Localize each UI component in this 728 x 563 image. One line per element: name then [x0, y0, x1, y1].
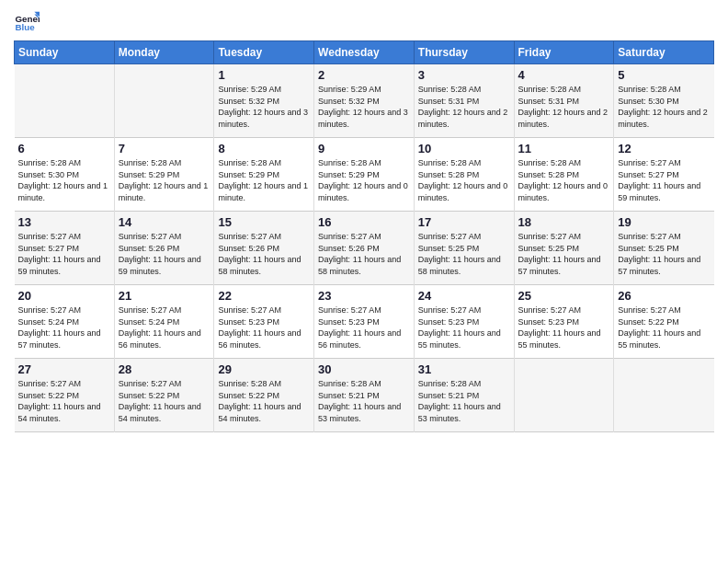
calendar-cell [614, 359, 714, 432]
calendar-cell: 3Sunrise: 5:28 AM Sunset: 5:31 PM Daylig… [414, 64, 514, 138]
day-info: Sunrise: 5:27 AM Sunset: 5:22 PM Dayligh… [18, 378, 110, 424]
day-info: Sunrise: 5:27 AM Sunset: 5:25 PM Dayligh… [418, 231, 510, 277]
calendar-cell: 16Sunrise: 5:27 AM Sunset: 5:26 PM Dayli… [314, 212, 415, 285]
day-number: 13 [18, 215, 110, 229]
day-number: 6 [18, 142, 110, 155]
day-number: 17 [418, 215, 510, 229]
day-info: Sunrise: 5:27 AM Sunset: 5:23 PM Dayligh… [518, 304, 610, 350]
day-number: 27 [18, 362, 110, 376]
calendar-cell: 4Sunrise: 5:28 AM Sunset: 5:31 PM Daylig… [514, 64, 614, 138]
day-number: 8 [218, 142, 310, 155]
logo-icon: General Blue [14, 9, 40, 35]
day-number: 11 [518, 142, 610, 155]
calendar-cell: 19Sunrise: 5:27 AM Sunset: 5:25 PM Dayli… [614, 212, 714, 285]
day-info: Sunrise: 5:27 AM Sunset: 5:22 PM Dayligh… [618, 304, 710, 350]
calendar-cell: 26Sunrise: 5:27 AM Sunset: 5:22 PM Dayli… [614, 285, 714, 359]
day-info: Sunrise: 5:28 AM Sunset: 5:30 PM Dayligh… [618, 84, 710, 130]
calendar-cell: 6Sunrise: 5:28 AM Sunset: 5:30 PM Daylig… [15, 138, 115, 212]
day-info: Sunrise: 5:27 AM Sunset: 5:25 PM Dayligh… [618, 231, 710, 277]
calendar-cell: 15Sunrise: 5:27 AM Sunset: 5:26 PM Dayli… [214, 212, 314, 285]
day-info: Sunrise: 5:28 AM Sunset: 5:29 PM Dayligh… [218, 157, 310, 203]
day-number: 28 [119, 362, 210, 376]
day-number: 25 [518, 289, 610, 303]
day-info: Sunrise: 5:27 AM Sunset: 5:26 PM Dayligh… [218, 231, 310, 277]
day-info: Sunrise: 5:28 AM Sunset: 5:30 PM Dayligh… [18, 157, 110, 203]
day-info: Sunrise: 5:28 AM Sunset: 5:31 PM Dayligh… [518, 84, 610, 130]
weekday-header: Thursday [414, 41, 514, 64]
calendar-week-row: 27Sunrise: 5:27 AM Sunset: 5:22 PM Dayli… [15, 359, 714, 432]
calendar-cell: 22Sunrise: 5:27 AM Sunset: 5:23 PM Dayli… [214, 285, 314, 359]
calendar-cell: 18Sunrise: 5:27 AM Sunset: 5:25 PM Dayli… [514, 212, 614, 285]
day-number: 20 [18, 289, 110, 303]
calendar-cell: 23Sunrise: 5:27 AM Sunset: 5:23 PM Dayli… [314, 285, 415, 359]
day-info: Sunrise: 5:27 AM Sunset: 5:27 PM Dayligh… [18, 231, 110, 277]
calendar-cell: 8Sunrise: 5:28 AM Sunset: 5:29 PM Daylig… [214, 138, 314, 212]
day-info: Sunrise: 5:28 AM Sunset: 5:29 PM Dayligh… [318, 157, 410, 203]
calendar-cell: 13Sunrise: 5:27 AM Sunset: 5:27 PM Dayli… [15, 212, 115, 285]
weekday-header: Friday [514, 41, 614, 64]
calendar-cell: 1Sunrise: 5:29 AM Sunset: 5:32 PM Daylig… [214, 64, 314, 138]
calendar-body: 1Sunrise: 5:29 AM Sunset: 5:32 PM Daylig… [15, 64, 714, 432]
day-number: 10 [418, 142, 510, 155]
calendar-cell: 28Sunrise: 5:27 AM Sunset: 5:22 PM Dayli… [114, 359, 214, 432]
calendar-cell [514, 359, 614, 432]
day-number: 12 [618, 142, 710, 155]
day-info: Sunrise: 5:28 AM Sunset: 5:29 PM Dayligh… [119, 157, 210, 203]
calendar-cell [114, 64, 214, 138]
weekday-header: Wednesday [314, 41, 415, 64]
day-info: Sunrise: 5:27 AM Sunset: 5:24 PM Dayligh… [18, 304, 110, 350]
day-number: 21 [119, 289, 210, 303]
day-info: Sunrise: 5:27 AM Sunset: 5:26 PM Dayligh… [318, 231, 410, 277]
day-number: 14 [119, 215, 210, 229]
day-number: 3 [418, 68, 510, 82]
calendar-cell: 25Sunrise: 5:27 AM Sunset: 5:23 PM Dayli… [514, 285, 614, 359]
day-number: 9 [318, 142, 410, 155]
weekday-header: Saturday [614, 41, 714, 64]
day-info: Sunrise: 5:28 AM Sunset: 5:21 PM Dayligh… [318, 378, 410, 424]
day-number: 26 [618, 289, 710, 303]
calendar-cell: 9Sunrise: 5:28 AM Sunset: 5:29 PM Daylig… [314, 138, 415, 212]
weekday-header: Sunday [15, 41, 115, 64]
calendar-cell: 2Sunrise: 5:29 AM Sunset: 5:32 PM Daylig… [314, 64, 415, 138]
day-info: Sunrise: 5:27 AM Sunset: 5:26 PM Dayligh… [119, 231, 210, 277]
day-info: Sunrise: 5:27 AM Sunset: 5:23 PM Dayligh… [218, 304, 310, 350]
calendar-cell: 29Sunrise: 5:28 AM Sunset: 5:22 PM Dayli… [214, 359, 314, 432]
day-info: Sunrise: 5:27 AM Sunset: 5:25 PM Dayligh… [518, 231, 610, 277]
day-number: 5 [618, 68, 710, 82]
calendar-week-row: 13Sunrise: 5:27 AM Sunset: 5:27 PM Dayli… [15, 212, 714, 285]
page-header: General Blue [14, 9, 714, 35]
calendar-cell [15, 64, 115, 138]
calendar-cell: 24Sunrise: 5:27 AM Sunset: 5:23 PM Dayli… [414, 285, 514, 359]
calendar-week-row: 20Sunrise: 5:27 AM Sunset: 5:24 PM Dayli… [15, 285, 714, 359]
day-info: Sunrise: 5:27 AM Sunset: 5:22 PM Dayligh… [119, 378, 210, 424]
day-number: 2 [318, 68, 410, 82]
day-number: 16 [318, 215, 410, 229]
day-info: Sunrise: 5:28 AM Sunset: 5:28 PM Dayligh… [518, 157, 610, 203]
calendar-cell: 7Sunrise: 5:28 AM Sunset: 5:29 PM Daylig… [114, 138, 214, 212]
calendar-cell: 20Sunrise: 5:27 AM Sunset: 5:24 PM Dayli… [15, 285, 115, 359]
day-number: 1 [218, 68, 310, 82]
day-number: 29 [218, 362, 310, 376]
day-info: Sunrise: 5:28 AM Sunset: 5:31 PM Dayligh… [418, 84, 510, 130]
day-number: 19 [618, 215, 710, 229]
logo: General Blue [14, 9, 43, 35]
day-number: 22 [218, 289, 310, 303]
day-info: Sunrise: 5:27 AM Sunset: 5:27 PM Dayligh… [618, 157, 710, 203]
calendar-cell: 5Sunrise: 5:28 AM Sunset: 5:30 PM Daylig… [614, 64, 714, 138]
svg-text:Blue: Blue [15, 22, 35, 32]
calendar-cell: 14Sunrise: 5:27 AM Sunset: 5:26 PM Dayli… [114, 212, 214, 285]
day-info: Sunrise: 5:28 AM Sunset: 5:21 PM Dayligh… [418, 378, 510, 424]
day-number: 24 [418, 289, 510, 303]
calendar-week-row: 6Sunrise: 5:28 AM Sunset: 5:30 PM Daylig… [15, 138, 714, 212]
weekday-header: Tuesday [214, 41, 314, 64]
day-info: Sunrise: 5:28 AM Sunset: 5:28 PM Dayligh… [418, 157, 510, 203]
day-number: 23 [318, 289, 410, 303]
calendar-cell: 12Sunrise: 5:27 AM Sunset: 5:27 PM Dayli… [614, 138, 714, 212]
calendar-cell: 27Sunrise: 5:27 AM Sunset: 5:22 PM Dayli… [15, 359, 115, 432]
calendar-cell: 31Sunrise: 5:28 AM Sunset: 5:21 PM Dayli… [414, 359, 514, 432]
day-number: 7 [119, 142, 210, 155]
day-info: Sunrise: 5:27 AM Sunset: 5:23 PM Dayligh… [418, 304, 510, 350]
calendar-week-row: 1Sunrise: 5:29 AM Sunset: 5:32 PM Daylig… [15, 64, 714, 138]
day-info: Sunrise: 5:27 AM Sunset: 5:23 PM Dayligh… [318, 304, 410, 350]
calendar-cell: 17Sunrise: 5:27 AM Sunset: 5:25 PM Dayli… [414, 212, 514, 285]
